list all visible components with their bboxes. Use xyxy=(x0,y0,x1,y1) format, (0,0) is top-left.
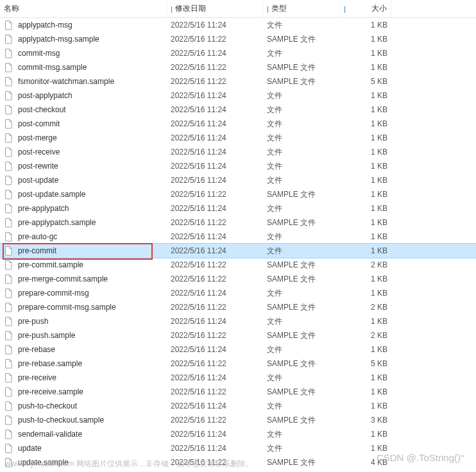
file-name: applypatch-msg xyxy=(18,21,72,30)
header-label: 大小 xyxy=(371,3,387,14)
file-row[interactable]: pre-merge-commit.sample2022/5/16 11:22SA… xyxy=(0,272,476,286)
file-row[interactable]: post-checkout2022/5/16 11:24文件1 KB xyxy=(0,103,476,117)
file-row[interactable]: applypatch-msg2022/5/16 11:24文件1 KB xyxy=(0,18,476,32)
file-size-cell: 1 KB xyxy=(340,373,391,382)
file-name-cell: push-to-checkout xyxy=(0,401,167,411)
file-row[interactable]: applypatch-msg.sample2022/5/16 11:22SAMP… xyxy=(0,32,476,46)
file-row[interactable]: post-commit2022/5/16 11:24文件1 KB xyxy=(0,117,476,131)
file-row[interactable]: pre-receive2022/5/16 11:24文件1 KB xyxy=(0,371,476,385)
file-row[interactable]: pre-commit.sample2022/5/16 11:22SAMPLE 文… xyxy=(0,258,476,272)
file-row[interactable]: post-rewrite2022/5/16 11:24文件1 KB xyxy=(0,159,476,173)
file-row[interactable]: post-merge2022/5/16 11:24文件1 KB xyxy=(0,131,476,145)
file-name-cell: pre-commit.sample xyxy=(0,260,167,270)
file-row[interactable]: push-to-checkout2022/5/16 11:24文件1 KB xyxy=(0,399,476,413)
file-name-cell: pre-rebase.sample xyxy=(0,358,167,369)
file-name-cell: pre-push xyxy=(0,316,167,326)
file-row[interactable]: pre-applypatch.sample2022/5/16 11:22SAMP… xyxy=(0,215,476,230)
file-list: applypatch-msg2022/5/16 11:24文件1 KB appl… xyxy=(0,18,476,469)
file-row[interactable]: pre-auto-gc2022/5/16 11:24文件1 KB xyxy=(0,230,476,244)
file-size-cell: 1 KB xyxy=(340,289,391,298)
file-row[interactable]: push-to-checkout.sample2022/5/16 11:22SA… xyxy=(0,413,476,427)
file-date-cell: 2022/5/16 11:24 xyxy=(167,148,263,156)
file-type-cell: SAMPLE 文件 xyxy=(263,274,340,285)
file-size-cell: 1 KB xyxy=(340,176,391,185)
file-row[interactable]: prepare-commit-msg.sample2022/5/16 11:22… xyxy=(0,300,476,314)
file-name-cell: update xyxy=(0,443,167,453)
file-date-cell: 2022/5/16 11:22 xyxy=(167,416,263,425)
file-name: pre-commit xyxy=(18,246,56,255)
file-date-cell: 2022/5/16 11:22 xyxy=(167,260,263,269)
file-date-cell: 2022/5/16 11:22 xyxy=(167,303,263,312)
file-name: push-to-checkout.sample xyxy=(18,416,104,425)
file-row[interactable]: post-update2022/5/16 11:24文件1 KB xyxy=(0,173,476,187)
file-name-cell: pre-auto-gc xyxy=(0,232,167,242)
file-row[interactable]: fsmonitor-watchman.sample2022/5/16 11:22… xyxy=(0,74,476,88)
file-row[interactable]: pre-receive.sample2022/5/16 11:22SAMPLE … xyxy=(0,385,476,399)
file-size-cell: 1 KB xyxy=(340,49,391,58)
file-size-cell: 1 KB xyxy=(340,401,391,410)
file-row[interactable]: post-update.sample2022/5/16 11:22SAMPLE … xyxy=(0,187,476,201)
file-size-cell: 1 KB xyxy=(340,63,391,72)
file-size-cell: 1 KB xyxy=(340,105,391,114)
column-header-size[interactable]: | 大小 xyxy=(340,0,391,17)
file-icon xyxy=(4,90,14,101)
file-type-cell: SAMPLE 文件 xyxy=(263,62,340,73)
file-row[interactable]: pre-rebase.sample2022/5/16 11:22SAMPLE 文… xyxy=(0,357,476,371)
file-type-cell: SAMPLE 文件 xyxy=(263,330,340,341)
file-row[interactable]: commit-msg2022/5/16 11:24文件1 KB xyxy=(0,46,476,60)
file-type-cell: SAMPLE 文件 xyxy=(263,217,340,228)
file-type-cell: 文件 xyxy=(263,20,340,31)
file-name: pre-receive xyxy=(18,373,56,382)
file-row[interactable]: pre-applypatch2022/5/16 11:24文件1 KB xyxy=(0,201,476,215)
file-icon xyxy=(4,175,14,185)
file-type-cell: 文件 xyxy=(263,232,340,242)
file-name-cell: push-to-checkout.sample xyxy=(0,415,167,425)
file-name-cell: sendemail-validate xyxy=(0,429,167,439)
file-size-cell: 1 KB xyxy=(340,430,391,439)
file-type-cell: 文件 xyxy=(263,133,340,144)
file-size-cell: 1 KB xyxy=(340,190,391,199)
file-type-cell: 文件 xyxy=(263,48,340,59)
file-type-cell: SAMPLE 文件 xyxy=(263,34,340,45)
file-row[interactable]: pre-push2022/5/16 11:24文件1 KB xyxy=(0,314,476,328)
file-icon xyxy=(4,62,14,72)
file-name: commit-msg.sample xyxy=(18,63,87,72)
file-icon xyxy=(4,288,14,298)
file-row[interactable]: pre-commit2022/5/16 11:24文件1 KB xyxy=(0,244,476,258)
column-header-date[interactable]: | 修改日期 xyxy=(167,0,263,17)
file-name: post-update xyxy=(18,176,58,185)
file-date-cell: 2022/5/16 11:22 xyxy=(167,77,263,86)
file-row[interactable]: pre-push.sample2022/5/16 11:22SAMPLE 文件2… xyxy=(0,328,476,342)
file-icon xyxy=(4,232,14,242)
file-date-cell: 2022/5/16 11:22 xyxy=(167,387,263,396)
file-name-cell: pre-merge-commit.sample xyxy=(0,274,167,284)
file-row[interactable]: post-applypatch2022/5/16 11:24文件1 KB xyxy=(0,88,476,103)
file-type-cell: 文件 xyxy=(263,90,340,101)
file-row[interactable]: post-receive2022/5/16 11:24文件1 KB xyxy=(0,145,476,159)
file-type-cell: SAMPLE 文件 xyxy=(263,189,340,200)
file-size-cell: 5 KB xyxy=(340,77,391,86)
file-name: push-to-checkout xyxy=(18,401,77,410)
file-name-cell: pre-push.sample xyxy=(0,330,167,341)
file-name-cell: post-update.sample xyxy=(0,189,167,199)
file-date-cell: 2022/5/16 11:24 xyxy=(167,401,263,410)
file-size-cell: 2 KB xyxy=(340,260,391,269)
file-size-cell: 1 KB xyxy=(340,232,391,241)
file-name: applypatch-msg.sample xyxy=(18,35,99,44)
file-name-cell: post-applypatch xyxy=(0,90,167,101)
file-row[interactable]: prepare-commit-msg2022/5/16 11:24文件1 KB xyxy=(0,286,476,300)
file-size-cell: 1 KB xyxy=(340,444,391,453)
file-type-cell: 文件 xyxy=(263,161,340,172)
file-icon xyxy=(4,189,14,199)
column-header-type[interactable]: | 类型 xyxy=(263,0,340,17)
file-row[interactable]: commit-msg.sample2022/5/16 11:22SAMPLE 文… xyxy=(0,60,476,74)
column-header-name[interactable]: 名称 xyxy=(0,0,167,17)
file-type-cell: SAMPLE 文件 xyxy=(263,302,340,313)
file-type-cell: SAMPLE 文件 xyxy=(263,387,340,398)
file-row[interactable]: pre-rebase2022/5/16 11:24文件1 KB xyxy=(0,342,476,357)
file-icon xyxy=(4,344,14,355)
file-type-cell: 文件 xyxy=(263,147,340,158)
file-row[interactable]: sendemail-validate2022/5/16 11:24文件1 KB xyxy=(0,427,476,441)
file-date-cell: 2022/5/16 11:24 xyxy=(167,162,263,171)
file-date-cell: 2022/5/16 11:24 xyxy=(167,289,263,298)
